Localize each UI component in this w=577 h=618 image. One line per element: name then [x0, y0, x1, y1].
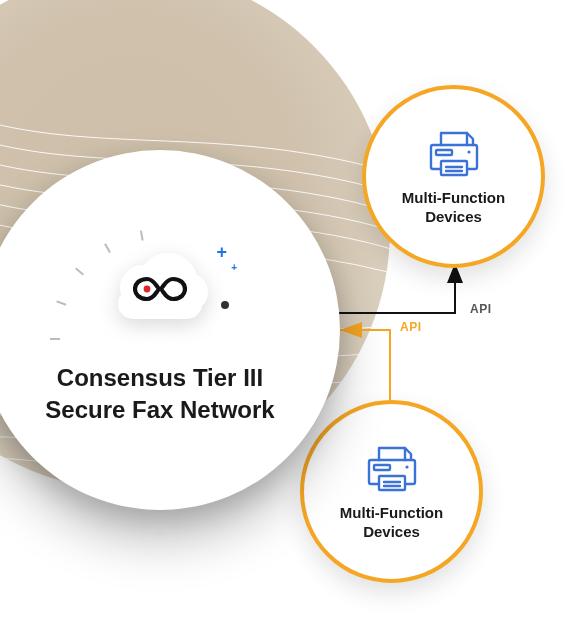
dial-knob	[221, 301, 229, 309]
api-label-orange: API	[400, 320, 422, 334]
label-line-1: Multi-Function	[340, 504, 443, 521]
plus-icon: +	[216, 242, 227, 263]
main-network-node: + + Consensus Tier III Secure Fax Networ…	[0, 150, 340, 510]
svg-point-6	[467, 150, 470, 153]
printer-icon	[425, 127, 483, 179]
cloud-logo-wrap: + +	[85, 234, 235, 344]
infinity-logo-icon	[110, 259, 210, 319]
printer-icon	[363, 442, 421, 494]
plus-icon-small: +	[231, 262, 237, 273]
label-line-2: Devices	[363, 523, 420, 540]
svg-rect-11	[374, 465, 390, 470]
label-line-2: Devices	[425, 208, 482, 225]
svg-rect-5	[436, 150, 452, 155]
label-line-1: Multi-Function	[402, 189, 505, 206]
api-label-dark: API	[470, 302, 492, 316]
svg-point-0	[144, 285, 151, 292]
title-line-2: Secure Fax Network	[45, 396, 274, 423]
cloud-icon	[110, 259, 210, 319]
device-bottom-label: Multi-Function Devices	[340, 504, 443, 542]
title-line-1: Consensus Tier III	[57, 364, 263, 391]
device-node-top: Multi-Function Devices	[362, 85, 545, 268]
device-node-bottom: Multi-Function Devices	[300, 400, 483, 583]
diagram-stage: API API + +	[0, 0, 577, 618]
main-node-title: Consensus Tier III Secure Fax Network	[45, 362, 274, 427]
svg-point-12	[405, 465, 408, 468]
device-top-label: Multi-Function Devices	[402, 189, 505, 227]
